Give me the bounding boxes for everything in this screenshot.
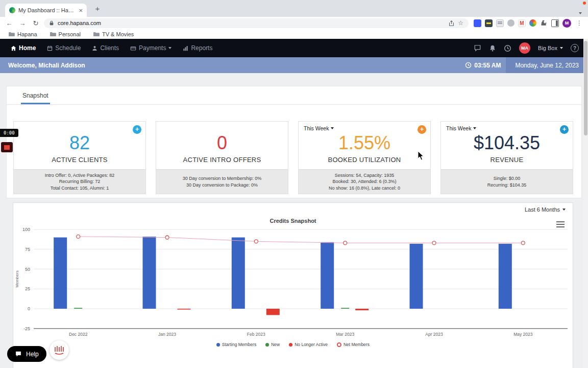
user-avatar[interactable]: MA bbox=[519, 42, 530, 54]
browser-menu-kebab-icon[interactable]: ⋮ bbox=[575, 19, 584, 27]
legend-item[interactable]: Starting Members bbox=[216, 342, 256, 347]
person-icon bbox=[92, 45, 97, 51]
welcome-greeting: Welcome, Michali Addison bbox=[0, 62, 85, 69]
nav-item-clients[interactable]: Clients bbox=[86, 39, 125, 57]
forward-icon[interactable]: → bbox=[17, 20, 28, 27]
chevron-down-icon bbox=[331, 127, 334, 129]
recorder-icon[interactable] bbox=[1, 142, 13, 152]
nav-label: Home bbox=[19, 44, 36, 52]
stat-footer-line: 30 Day conversion to Package: 0% bbox=[186, 182, 258, 189]
chat-icon[interactable] bbox=[474, 44, 481, 52]
scrollbar-thumb[interactable] bbox=[584, 41, 587, 135]
address-bar[interactable]: core.hapana.com ☆ bbox=[44, 18, 469, 28]
bar bbox=[341, 308, 349, 309]
dropdown-value: This Week bbox=[446, 125, 471, 131]
nav-item-schedule[interactable]: Schedule bbox=[41, 39, 86, 57]
nav-label: Schedule bbox=[55, 44, 81, 52]
bar bbox=[74, 308, 82, 309]
bookmark-label: TV & Movies bbox=[102, 31, 134, 37]
extension-blue-icon[interactable] bbox=[474, 19, 481, 27]
tab-search-chevron-icon[interactable] bbox=[579, 7, 582, 16]
stat-value: 82 bbox=[14, 132, 145, 154]
y-tick-label: 100 bbox=[22, 227, 30, 232]
reload-icon[interactable]: ↻ bbox=[31, 20, 41, 27]
stat-footer: Sessions: 54, Capacity: 1935 Booked: 30,… bbox=[299, 169, 430, 194]
legend-swatch-icon bbox=[265, 343, 269, 347]
welcome-bar: Welcome, Michali Addison 03:55 AM Monday… bbox=[0, 57, 588, 73]
chart-range-dropdown[interactable]: Last 6 Months bbox=[525, 206, 566, 213]
extension-colorwheel-icon[interactable] bbox=[529, 19, 536, 27]
bar bbox=[232, 238, 245, 309]
extension-keyboard-icon[interactable] bbox=[496, 19, 504, 27]
share-icon[interactable] bbox=[449, 20, 454, 27]
credit-card-icon bbox=[130, 45, 136, 51]
bar bbox=[178, 309, 191, 310]
stat-card-intro-offers: 0 ACTIVE INTRO OFFERS 30 Day conversion … bbox=[156, 121, 288, 194]
legend-swatch-icon bbox=[337, 342, 341, 347]
stat-footer-line: Total Contact: 105, Alumni: 1 bbox=[51, 185, 109, 192]
back-icon[interactable]: ← bbox=[4, 20, 14, 27]
bar bbox=[266, 309, 280, 315]
x-tick-label: Dec 2022 bbox=[69, 332, 88, 337]
app-navbar: Home Schedule Clients Payments Reports M… bbox=[0, 39, 588, 57]
nav-label: Payments bbox=[139, 44, 166, 52]
new-tab-button[interactable]: + bbox=[92, 3, 103, 14]
bar bbox=[410, 244, 423, 309]
bar bbox=[143, 237, 156, 309]
welcome-right: 03:55 AM Monday, June 12, 2023 bbox=[465, 57, 588, 73]
bar-chart-icon bbox=[183, 45, 188, 51]
url-text[interactable]: core.hapana.com bbox=[58, 20, 445, 26]
line-marker bbox=[521, 241, 525, 245]
stat-footer-line: Booked: 30, Attended: 6 (0.3%) bbox=[332, 178, 396, 185]
line-marker bbox=[254, 240, 258, 243]
revenue-range-dropdown[interactable]: This Week bbox=[446, 125, 476, 131]
legend-label: Starting Members bbox=[222, 342, 256, 347]
stat-value: 1.55% bbox=[299, 132, 430, 154]
stat-label: REVENUE bbox=[441, 156, 573, 164]
bell-icon[interactable] bbox=[489, 44, 496, 52]
bookmark-star-icon[interactable]: ☆ bbox=[458, 19, 463, 27]
barcode-icon bbox=[54, 345, 65, 355]
folder-icon bbox=[93, 32, 100, 37]
nav-item-payments[interactable]: Payments bbox=[125, 39, 177, 57]
nav-item-reports[interactable]: Reports bbox=[177, 39, 218, 57]
credits-chart: -250255075100Dec 2022Jan 2023Feb 2023Mar… bbox=[13, 226, 573, 340]
bookmark-folder-personal[interactable]: Personal bbox=[50, 31, 81, 37]
nav-label: Reports bbox=[191, 44, 212, 52]
chevron-down-icon bbox=[560, 47, 563, 49]
account-name: Big Box bbox=[538, 45, 557, 51]
nav-item-home[interactable]: Home bbox=[5, 39, 41, 57]
extension-gray-circle-icon[interactable] bbox=[507, 19, 514, 27]
help-button[interactable]: Help bbox=[7, 346, 46, 362]
legend-item[interactable]: New bbox=[265, 342, 280, 347]
clock-icon[interactable] bbox=[504, 44, 511, 52]
help-label: Help bbox=[26, 351, 39, 358]
account-switcher[interactable]: Big Box bbox=[538, 45, 563, 51]
browser-tab[interactable]: My Dashboard :: Hapana | Tak × bbox=[5, 4, 87, 17]
tab-close-icon[interactable]: × bbox=[79, 7, 83, 14]
legend-item[interactable]: No Longer Active bbox=[289, 342, 328, 347]
clock-icon bbox=[465, 62, 472, 68]
bookmark-folder-hapana[interactable]: Hapana bbox=[8, 31, 37, 37]
x-tick-label: Apr 2023 bbox=[425, 332, 443, 337]
y-tick-label: 75 bbox=[25, 247, 30, 252]
stat-footer-line: Intro Offer: 0, Active Packages: 82 bbox=[45, 172, 114, 179]
tab-title: My Dashboard :: Hapana | Tak bbox=[18, 7, 76, 13]
utilization-range-dropdown[interactable]: This Week bbox=[304, 125, 334, 131]
extensions-puzzle-icon[interactable] bbox=[540, 19, 548, 27]
help-circle-icon[interactable]: ? bbox=[571, 44, 579, 52]
y-axis-title: Members bbox=[15, 270, 19, 287]
gmail-extension-icon[interactable]: M bbox=[518, 19, 526, 27]
page-scrollbar[interactable] bbox=[583, 39, 588, 368]
legend-item[interactable]: Net Members bbox=[337, 342, 370, 347]
browser-profile-avatar[interactable]: M bbox=[562, 19, 571, 28]
bookmark-folder-tv-movies[interactable]: TV & Movies bbox=[93, 31, 134, 37]
y-tick-label: -25 bbox=[23, 326, 30, 331]
chevron-down-icon bbox=[473, 127, 476, 129]
side-panel-icon[interactable] bbox=[551, 19, 559, 27]
extension-dark-icon[interactable] bbox=[485, 19, 493, 27]
folder-icon bbox=[8, 32, 15, 37]
tab-snapshot[interactable]: Snapshot bbox=[21, 87, 50, 104]
barcode-widget-icon[interactable] bbox=[50, 340, 69, 360]
line-marker bbox=[165, 236, 169, 239]
